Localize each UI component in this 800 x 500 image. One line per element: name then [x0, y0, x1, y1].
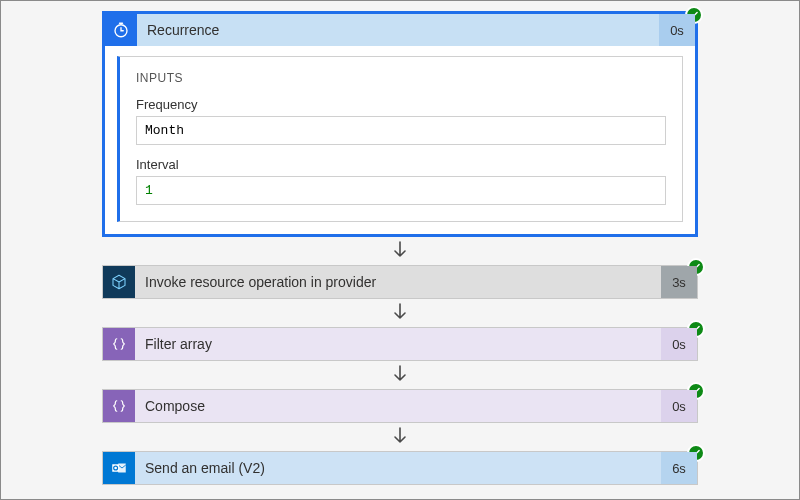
step-title: Send an email (V2): [135, 460, 661, 476]
outlook-icon: [103, 452, 135, 484]
step-title: Compose: [135, 398, 661, 414]
clock-icon: [105, 14, 137, 46]
step-duration: 3s: [661, 266, 697, 298]
step-duration: 0s: [659, 14, 695, 46]
step-title: Invoke resource operation in provider: [135, 274, 661, 290]
step-title: Recurrence: [137, 22, 659, 38]
cube-icon: [103, 266, 135, 298]
step-header[interactable]: Filter array 0s: [103, 328, 697, 360]
inputs-panel: INPUTS Frequency Month Interval 1: [117, 56, 683, 222]
braces-icon: [103, 328, 135, 360]
flow-arrow: [390, 363, 410, 387]
field-label-interval: Interval: [136, 157, 666, 172]
step-send-email[interactable]: Send an email (V2) 6s: [102, 451, 698, 485]
field-label-frequency: Frequency: [136, 97, 666, 112]
step-body: INPUTS Frequency Month Interval 1: [105, 46, 695, 234]
braces-icon: [103, 390, 135, 422]
step-title: Filter array: [135, 336, 661, 352]
step-invoke-resource[interactable]: Invoke resource operation in provider 3s: [102, 265, 698, 299]
step-compose[interactable]: Compose 0s: [102, 389, 698, 423]
flow-canvas: Recurrence 0s INPUTS Frequency Month Int…: [1, 1, 799, 485]
step-recurrence[interactable]: Recurrence 0s INPUTS Frequency Month Int…: [102, 11, 698, 237]
step-filter-array[interactable]: Filter array 0s: [102, 327, 698, 361]
step-header[interactable]: Invoke resource operation in provider 3s: [103, 266, 697, 298]
step-duration: 6s: [661, 452, 697, 484]
field-value-interval[interactable]: 1: [136, 176, 666, 205]
flow-arrow: [390, 301, 410, 325]
step-header[interactable]: Recurrence 0s: [105, 14, 695, 46]
flow-arrow: [390, 239, 410, 263]
field-value-frequency[interactable]: Month: [136, 116, 666, 145]
step-duration: 0s: [661, 328, 697, 360]
inputs-heading: INPUTS: [136, 71, 666, 85]
flow-arrow: [390, 425, 410, 449]
step-duration: 0s: [661, 390, 697, 422]
step-header[interactable]: Compose 0s: [103, 390, 697, 422]
step-header[interactable]: Send an email (V2) 6s: [103, 452, 697, 484]
